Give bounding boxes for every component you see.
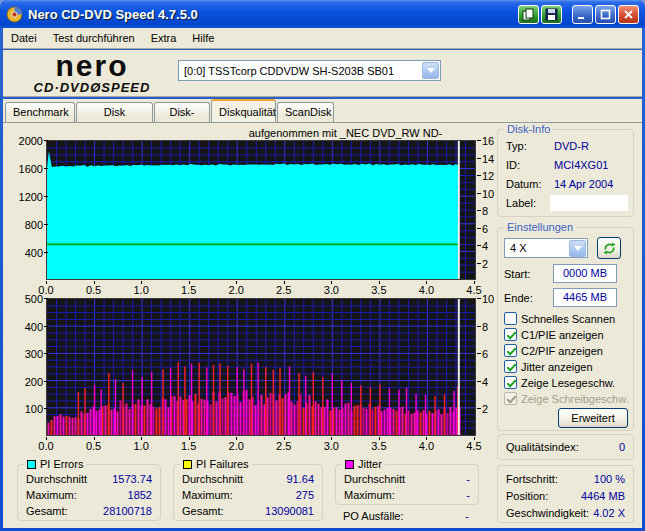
- stat-label: Gesamt:: [26, 505, 68, 517]
- stat-value: 28100718: [103, 505, 152, 517]
- checkbox-c2-pif-anzeigen[interactable]: C2/PIF anzeigen: [504, 344, 603, 357]
- drive-select-dropdown-button[interactable]: [422, 62, 439, 79]
- stat-value: 13090081: [265, 505, 314, 517]
- axis-tick-mark: [477, 175, 481, 176]
- close-icon: [623, 9, 634, 20]
- tab-diskqualitaet[interactable]: Diskqualität: [211, 99, 276, 122]
- yellow-legend-icon: [183, 460, 192, 469]
- disk-id-label: ID:: [506, 159, 520, 171]
- stat-value: 91.64: [286, 473, 314, 485]
- axis-tick-label: 400: [11, 247, 43, 259]
- disk-label-label: Label:: [506, 197, 536, 209]
- checkbox-zeige-lesegeschw[interactable]: Zeige Lesegeschw.: [504, 376, 615, 389]
- title-bar[interactable]: Nero CD-DVD Speed 4.7.5.0: [0, 0, 645, 28]
- stat-label: Durchschnitt: [182, 473, 243, 485]
- tab-disk-erstellen[interactable]: Disk erstellen: [76, 102, 153, 122]
- speed-select[interactable]: 4 X: [504, 238, 588, 258]
- ende-mb-field[interactable]: 4465 MB: [553, 288, 617, 307]
- pi-failures-stats-group: PI Failures Durchschnitt 91.64 Maximum: …: [173, 464, 323, 521]
- speed-select-dropdown-button[interactable]: [569, 240, 586, 257]
- diskqualitaet-page: aufgenommen mit _NEC DVD_RW ND-1300A 200…: [3, 122, 642, 528]
- axis-tick-label: 3.0: [319, 284, 343, 296]
- maximize-icon: [600, 9, 611, 20]
- stat-label: Maximum:: [182, 489, 233, 501]
- drive-select-value: [0:0] TSSTcorp CDDVDW SH-S203B SB01: [179, 65, 422, 77]
- save-button[interactable]: [541, 5, 562, 24]
- menu-datei[interactable]: Datei: [3, 29, 45, 47]
- menu-hilfe[interactable]: Hilfe: [184, 29, 222, 47]
- pi-failures-chart: [46, 298, 476, 436]
- checkbox-box[interactable]: [504, 392, 517, 405]
- checkbox-box[interactable]: [504, 376, 517, 389]
- axis-tick-label: 800: [11, 219, 43, 231]
- tab-disk-info[interactable]: Disk-Info: [154, 102, 210, 122]
- maximize-button[interactable]: [595, 5, 616, 24]
- cyan-legend-icon: [27, 460, 36, 469]
- magenta-legend-icon: [345, 460, 354, 469]
- geschwindigkeit-label: Geschwindigkeit:: [506, 507, 589, 519]
- stat-value: 1573.74: [112, 473, 152, 485]
- close-button[interactable]: [618, 5, 639, 24]
- axis-tick-label: 2.0: [224, 284, 248, 296]
- axis-tick-mark: [477, 140, 481, 141]
- minimize-button[interactable]: [572, 5, 593, 24]
- menu-test-durchfuehren[interactable]: Test durchführen: [45, 29, 143, 47]
- jitter-stats-group: Jitter Durchschnitt - Maximum: -: [335, 464, 479, 505]
- app-window: Nero CD-DVD Speed 4.7.5.0: [0, 0, 645, 531]
- axis-tick-label: 1.5: [177, 284, 201, 296]
- checkbox-zeige-schreibgeschw[interactable]: Zeige Schreibgeschw.: [504, 392, 629, 405]
- window-title: Nero CD-DVD Speed 4.7.5.0: [28, 7, 516, 22]
- axis-tick-mark: [477, 353, 481, 354]
- axis-tick-label: 100: [11, 403, 43, 415]
- drive-select[interactable]: [0:0] TSSTcorp CDDVDW SH-S203B SB01: [178, 60, 441, 81]
- axis-tick-label: 1.0: [129, 284, 153, 296]
- advanced-button[interactable]: Erweitert: [558, 408, 628, 428]
- axis-tick-mark: [477, 298, 481, 299]
- pi-errors-stats-group: PI Errors Durchschnitt 1573.74 Maximum: …: [17, 464, 161, 521]
- jitter-stats-title: Jitter: [342, 458, 385, 470]
- axis-tick-mark: [477, 210, 481, 211]
- menu-extra[interactable]: Extra: [143, 29, 185, 47]
- speed-select-value: 4 X: [505, 242, 569, 254]
- checkbox-box[interactable]: [504, 344, 517, 357]
- checkbox-schnelles-scannen[interactable]: Schnelles Scannen: [504, 312, 615, 325]
- toolbar: nero CD·DVDØSPEED [0:0] TSSTcorp CDDVDW …: [3, 50, 642, 97]
- tab-benchmark[interactable]: Benchmark: [5, 102, 75, 122]
- axis-tick-mark: [477, 326, 481, 327]
- app-icon: [6, 6, 23, 23]
- axis-tick-label: 500: [11, 293, 43, 305]
- stat-label: Durchschnitt: [26, 473, 87, 485]
- axis-tick-mark: [44, 326, 48, 327]
- axis-tick-label: 2000: [11, 135, 43, 147]
- axis-tick-label: 300: [11, 348, 43, 360]
- refresh-button[interactable]: [597, 237, 621, 259]
- checkbox-c1-pie-anzeigen[interactable]: C1/PIE anzeigen: [504, 328, 604, 341]
- stat-value: 275: [296, 489, 314, 501]
- stat-value: -: [466, 473, 470, 485]
- pi-errors-stats-title: PI Errors: [24, 458, 86, 470]
- fortschritt-label: Fortschritt:: [506, 473, 558, 485]
- checkbox-box[interactable]: [504, 312, 517, 325]
- copy-to-clipboard-button[interactable]: [518, 5, 539, 24]
- axis-tick-label: 3.5: [367, 440, 391, 452]
- stat-label: Durchschnitt: [344, 473, 405, 485]
- tab-scandisk[interactable]: ScanDisk: [277, 102, 334, 122]
- progress-panel: Fortschritt: 100 % Position: 4464 MB Ges…: [497, 465, 634, 523]
- stat-value: 1852: [128, 489, 152, 501]
- pi-errors-chart: [46, 140, 476, 280]
- axis-tick-mark: [477, 381, 481, 382]
- menu-bar: Datei Test durchführen Extra Hilfe: [3, 28, 642, 49]
- checkbox-jitter-anzeigen[interactable]: Jitter anzeigen: [504, 360, 593, 373]
- axis-tick-label: 2.5: [272, 284, 296, 296]
- disk-label-value: [550, 195, 628, 211]
- axis-tick-mark: [44, 408, 48, 409]
- tab-bar: Benchmark Disk erstellen Disk-Info Diskq…: [3, 99, 642, 122]
- axis-tick-mark: [477, 263, 481, 264]
- axis-tick-label: 0.5: [82, 440, 106, 452]
- checkbox-box[interactable]: [504, 360, 517, 373]
- start-mb-field[interactable]: 0000 MB: [553, 264, 617, 283]
- axis-tick-mark: [44, 168, 48, 169]
- checkbox-box[interactable]: [504, 328, 517, 341]
- axis-tick-mark: [477, 193, 481, 194]
- axis-tick-mark: [477, 228, 481, 229]
